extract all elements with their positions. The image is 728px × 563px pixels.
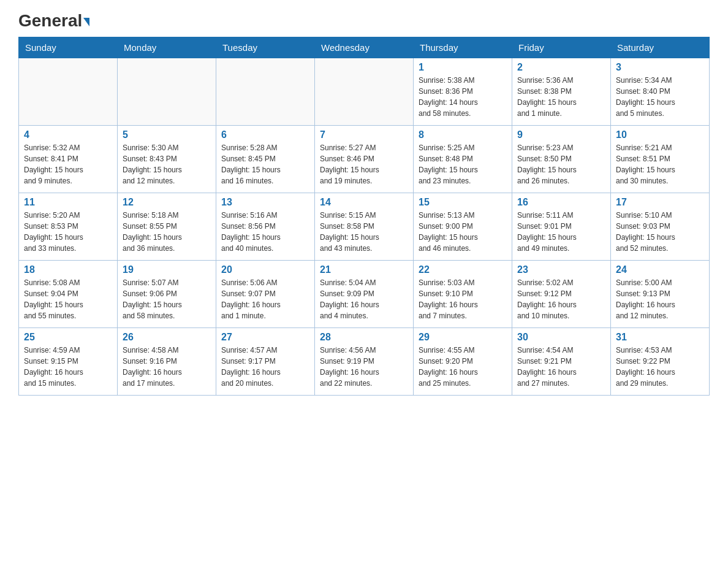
day-info: Sunrise: 5:18 AMSunset: 8:55 PMDaylight:…	[123, 210, 211, 254]
day-cell: 27Sunrise: 4:57 AMSunset: 9:17 PMDayligh…	[216, 328, 315, 396]
day-cell: 12Sunrise: 5:18 AMSunset: 8:55 PMDayligh…	[118, 193, 216, 261]
day-info: Sunrise: 4:54 AMSunset: 9:21 PMDaylight:…	[517, 345, 605, 389]
weekday-header-wednesday: Wednesday	[315, 37, 414, 58]
day-cell	[216, 58, 315, 126]
day-number: 23	[517, 264, 605, 275]
day-info: Sunrise: 5:38 AMSunset: 8:36 PMDaylight:…	[419, 75, 507, 119]
weekday-header-row: SundayMondayTuesdayWednesdayThursdayFrid…	[19, 37, 710, 58]
week-row-1: 1Sunrise: 5:38 AMSunset: 8:36 PMDaylight…	[19, 58, 710, 126]
day-number: 29	[419, 332, 507, 343]
day-number: 10	[616, 129, 704, 140]
day-cell: 18Sunrise: 5:08 AMSunset: 9:04 PMDayligh…	[19, 261, 118, 328]
day-info: Sunrise: 4:53 AMSunset: 9:22 PMDaylight:…	[616, 345, 704, 389]
day-cell: 29Sunrise: 4:55 AMSunset: 9:20 PMDayligh…	[414, 328, 512, 396]
day-info: Sunrise: 4:55 AMSunset: 9:20 PMDaylight:…	[419, 345, 507, 389]
day-cell	[315, 58, 414, 126]
day-cell: 17Sunrise: 5:10 AMSunset: 9:03 PMDayligh…	[611, 193, 710, 261]
day-number: 25	[24, 332, 112, 343]
day-number: 7	[320, 129, 408, 140]
weekday-header-tuesday: Tuesday	[216, 37, 315, 58]
day-cell: 8Sunrise: 5:25 AMSunset: 8:48 PMDaylight…	[414, 126, 512, 193]
page-header: General	[18, 12, 710, 31]
day-info: Sunrise: 4:58 AMSunset: 9:16 PMDaylight:…	[123, 345, 211, 389]
day-info: Sunrise: 5:32 AMSunset: 8:41 PMDaylight:…	[24, 142, 112, 186]
day-cell: 19Sunrise: 5:07 AMSunset: 9:06 PMDayligh…	[118, 261, 216, 328]
week-row-2: 4Sunrise: 5:32 AMSunset: 8:41 PMDaylight…	[19, 126, 710, 193]
day-cell: 5Sunrise: 5:30 AMSunset: 8:43 PMDaylight…	[118, 126, 216, 193]
day-cell: 28Sunrise: 4:56 AMSunset: 9:19 PMDayligh…	[315, 328, 414, 396]
day-info: Sunrise: 5:23 AMSunset: 8:50 PMDaylight:…	[517, 142, 605, 186]
day-number: 8	[419, 129, 507, 140]
weekday-header-saturday: Saturday	[611, 37, 710, 58]
day-cell: 1Sunrise: 5:38 AMSunset: 8:36 PMDaylight…	[414, 58, 512, 126]
day-cell: 10Sunrise: 5:21 AMSunset: 8:51 PMDayligh…	[611, 126, 710, 193]
day-info: Sunrise: 4:56 AMSunset: 9:19 PMDaylight:…	[320, 345, 408, 389]
logo-main: General	[18, 12, 89, 29]
day-info: Sunrise: 5:15 AMSunset: 8:58 PMDaylight:…	[320, 210, 408, 254]
day-cell: 25Sunrise: 4:59 AMSunset: 9:15 PMDayligh…	[19, 328, 118, 396]
day-number: 15	[419, 197, 507, 208]
day-number: 4	[24, 129, 112, 140]
day-info: Sunrise: 5:07 AMSunset: 9:06 PMDaylight:…	[123, 277, 211, 321]
day-number: 20	[221, 264, 309, 275]
day-info: Sunrise: 5:06 AMSunset: 9:07 PMDaylight:…	[221, 277, 309, 321]
day-cell	[118, 58, 216, 126]
day-number: 31	[616, 332, 704, 343]
day-cell: 6Sunrise: 5:28 AMSunset: 8:45 PMDaylight…	[216, 126, 315, 193]
day-cell	[19, 58, 118, 126]
day-cell: 9Sunrise: 5:23 AMSunset: 8:50 PMDaylight…	[512, 126, 611, 193]
day-number: 14	[320, 197, 408, 208]
day-number: 6	[221, 129, 309, 140]
day-info: Sunrise: 5:25 AMSunset: 8:48 PMDaylight:…	[419, 142, 507, 186]
day-info: Sunrise: 5:34 AMSunset: 8:40 PMDaylight:…	[616, 75, 704, 119]
day-number: 17	[616, 197, 704, 208]
day-number: 9	[517, 129, 605, 140]
day-info: Sunrise: 5:36 AMSunset: 8:38 PMDaylight:…	[517, 75, 605, 119]
day-info: Sunrise: 5:28 AMSunset: 8:45 PMDaylight:…	[221, 142, 309, 186]
day-info: Sunrise: 4:57 AMSunset: 9:17 PMDaylight:…	[221, 345, 309, 389]
day-cell: 20Sunrise: 5:06 AMSunset: 9:07 PMDayligh…	[216, 261, 315, 328]
day-info: Sunrise: 5:03 AMSunset: 9:10 PMDaylight:…	[419, 277, 507, 321]
day-number: 13	[221, 197, 309, 208]
day-cell: 15Sunrise: 5:13 AMSunset: 9:00 PMDayligh…	[414, 193, 512, 261]
day-number: 19	[123, 264, 211, 275]
day-cell: 7Sunrise: 5:27 AMSunset: 8:46 PMDaylight…	[315, 126, 414, 193]
day-number: 11	[24, 197, 112, 208]
day-number: 16	[517, 197, 605, 208]
day-cell: 21Sunrise: 5:04 AMSunset: 9:09 PMDayligh…	[315, 261, 414, 328]
day-cell: 24Sunrise: 5:00 AMSunset: 9:13 PMDayligh…	[611, 261, 710, 328]
day-number: 3	[616, 62, 704, 73]
day-number: 18	[24, 264, 112, 275]
day-cell: 23Sunrise: 5:02 AMSunset: 9:12 PMDayligh…	[512, 261, 611, 328]
day-cell: 4Sunrise: 5:32 AMSunset: 8:41 PMDaylight…	[19, 126, 118, 193]
week-row-3: 11Sunrise: 5:20 AMSunset: 8:53 PMDayligh…	[19, 193, 710, 261]
day-number: 28	[320, 332, 408, 343]
day-number: 1	[419, 62, 507, 73]
day-cell: 22Sunrise: 5:03 AMSunset: 9:10 PMDayligh…	[414, 261, 512, 328]
day-number: 5	[123, 129, 211, 140]
day-info: Sunrise: 5:00 AMSunset: 9:13 PMDaylight:…	[616, 277, 704, 321]
day-number: 24	[616, 264, 704, 275]
weekday-header-friday: Friday	[512, 37, 611, 58]
day-info: Sunrise: 5:02 AMSunset: 9:12 PMDaylight:…	[517, 277, 605, 321]
weekday-header-thursday: Thursday	[414, 37, 512, 58]
calendar-table: SundayMondayTuesdayWednesdayThursdayFrid…	[18, 37, 710, 396]
day-info: Sunrise: 5:30 AMSunset: 8:43 PMDaylight:…	[123, 142, 211, 186]
day-cell: 26Sunrise: 4:58 AMSunset: 9:16 PMDayligh…	[118, 328, 216, 396]
day-number: 12	[123, 197, 211, 208]
day-info: Sunrise: 5:27 AMSunset: 8:46 PMDaylight:…	[320, 142, 408, 186]
day-number: 30	[517, 332, 605, 343]
day-cell: 3Sunrise: 5:34 AMSunset: 8:40 PMDaylight…	[611, 58, 710, 126]
day-number: 22	[419, 264, 507, 275]
weekday-header-sunday: Sunday	[19, 37, 118, 58]
logo: General	[18, 12, 89, 31]
day-cell: 31Sunrise: 4:53 AMSunset: 9:22 PMDayligh…	[611, 328, 710, 396]
day-number: 27	[221, 332, 309, 343]
day-info: Sunrise: 5:04 AMSunset: 9:09 PMDaylight:…	[320, 277, 408, 321]
weekday-header-monday: Monday	[118, 37, 216, 58]
day-number: 21	[320, 264, 408, 275]
day-info: Sunrise: 5:16 AMSunset: 8:56 PMDaylight:…	[221, 210, 309, 254]
day-cell: 13Sunrise: 5:16 AMSunset: 8:56 PMDayligh…	[216, 193, 315, 261]
day-info: Sunrise: 5:13 AMSunset: 9:00 PMDaylight:…	[419, 210, 507, 254]
day-cell: 11Sunrise: 5:20 AMSunset: 8:53 PMDayligh…	[19, 193, 118, 261]
